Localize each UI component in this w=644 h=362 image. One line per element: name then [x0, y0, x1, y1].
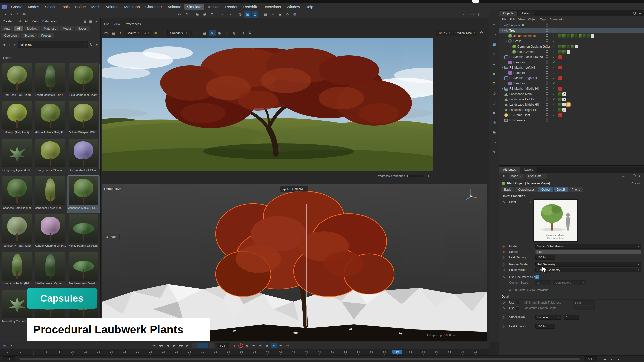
param-diamond[interactable]: [503, 263, 505, 266]
enabled-check-icon[interactable]: ✓: [552, 50, 555, 54]
tool-settings-button[interactable]: ⚙: [291, 11, 298, 18]
track-options-icon[interactable]: ▾: [609, 356, 615, 362]
enabled-check-icon[interactable]: ✓: [552, 44, 555, 48]
material-tag-icon[interactable]: [571, 45, 574, 48]
keyframe-presets-icon[interactable]: ●: [615, 356, 621, 362]
up-icon[interactable]: ↑: [7, 42, 12, 47]
array-tool-icon[interactable]: ⊞: [491, 100, 497, 106]
season-selector[interactable]: Fall: [535, 250, 641, 254]
object-row-rs-matrix-right-hill[interactable]: ▾RS Matrix - Right Hill✓: [499, 75, 644, 81]
attr-tab-detail[interactable]: Detail: [554, 187, 568, 192]
timeline-tick[interactable]: 62: [406, 350, 416, 353]
current-frame-marker[interactable]: 60: [392, 350, 403, 354]
timeline-tick[interactable]: 28: [184, 350, 194, 353]
asset-item-mediterranean-cypres[interactable]: Mediterranean Cypres...: [34, 251, 66, 288]
generator-gear-icon[interactable]: ⚙: [491, 80, 497, 87]
timeline-tick[interactable]: 52: [340, 350, 350, 353]
enabled-check-icon[interactable]: ✓: [552, 60, 555, 64]
asset-item-japanese-maple-fall[interactable]: Japanese Maple (Fall, ...: [67, 176, 100, 213]
timeline-tick[interactable]: 10: [67, 350, 77, 353]
om-menu-file[interactable]: File: [502, 18, 506, 21]
navigation-gizmo-icon[interactable]: ⌖: [491, 21, 497, 28]
object-row-rs-dome-light[interactable]: RS Dome Light✓: [499, 112, 644, 118]
visibility-dots[interactable]: [546, 97, 548, 101]
object-row-rs-matrix-middle-hill[interactable]: ▸RS Matrix - Middle Hill✓: [499, 86, 644, 91]
texture-tag-icon[interactable]: F: [575, 45, 578, 48]
menu-item-tools[interactable]: Tools: [58, 4, 72, 10]
enabled-check-icon[interactable]: ✓: [552, 34, 555, 38]
param-diamond[interactable]: [503, 307, 505, 310]
render-picture-viewer-button[interactable]: ◉: [201, 11, 208, 18]
texture-tag-icon[interactable]: F: [567, 50, 570, 54]
use-max-branch-checkbox[interactable]: [516, 306, 519, 310]
enabled-check-icon[interactable]: ✓: [552, 55, 555, 59]
tab-layers[interactable]: Layers: [520, 167, 538, 173]
previous-key-button[interactable]: ◀◀: [158, 343, 164, 348]
search-icon[interactable]: [632, 174, 636, 178]
visibility-dots[interactable]: [546, 76, 548, 79]
render-settings-gear-icon[interactable]: ⚙: [478, 30, 485, 36]
autokey-button[interactable]: A: [238, 343, 243, 348]
texture-tag-icon[interactable]: F: [562, 103, 566, 106]
filter-models[interactable]: Models: [24, 26, 40, 31]
menu-item-window[interactable]: Window: [284, 4, 302, 10]
timeline-tick[interactable]: 30: [197, 350, 208, 353]
om-menu-bookmarks[interactable]: Bookmarks: [550, 18, 564, 21]
filter-media[interactable]: Media: [60, 26, 74, 31]
om-menu-view[interactable]: View: [518, 18, 525, 21]
material-tag-icon[interactable]: [567, 34, 570, 38]
record-rotation-toggle[interactable]: ◉: [257, 343, 263, 348]
region-crop-icon[interactable]: ⊡: [160, 30, 167, 36]
asset-item-lombardy-poplar-fall[interactable]: Lombardy Poplar (Fall...: [1, 251, 33, 288]
enabled-check-icon[interactable]: ✓: [552, 97, 555, 101]
redshift-tag-icon[interactable]: [558, 76, 562, 80]
tab-objects[interactable]: Objects: [499, 11, 518, 16]
material-tag-icon[interactable]: [583, 34, 586, 38]
timeline-tick[interactable]: 0: [3, 350, 13, 353]
timeline-tick[interactable]: 42: [275, 350, 286, 353]
viewport-label[interactable]: Perspective: [104, 187, 121, 191]
timeline-tick[interactable]: 6: [42, 350, 52, 353]
camera-tool-icon[interactable]: ◉: [491, 129, 497, 136]
enabled-check-icon[interactable]: ✓: [552, 108, 555, 112]
object-row-tree[interactable]: ▾Tree✓: [499, 28, 644, 33]
undo-button[interactable]: ↺: [176, 11, 183, 18]
goto-end-button[interactable]: ▶|: [185, 343, 191, 348]
coordinate-system-button[interactable]: ◎: [21, 11, 27, 18]
visibility-dots[interactable]: [546, 44, 548, 48]
redshift-tag-icon[interactable]: [558, 66, 562, 69]
timeline-tick[interactable]: 50: [328, 350, 338, 353]
home-icon[interactable]: ⌂: [13, 42, 18, 47]
object-row-grass[interactable]: ▾Grass✓: [499, 38, 644, 44]
material-tag-icon[interactable]: [558, 98, 562, 101]
clay-icon[interactable]: ◎: [231, 30, 238, 36]
asset-menu-edit[interactable]: Edit: [16, 20, 21, 23]
record-scale-toggle[interactable]: ◉: [251, 343, 257, 348]
object-row-rs-camera[interactable]: RS Camera+: [499, 118, 644, 123]
deformer-icon[interactable]: ◆: [491, 110, 497, 116]
enabled-check-icon[interactable]: ✓: [552, 81, 555, 85]
sphere-tool-icon[interactable]: ●: [491, 61, 497, 67]
filter-materials[interactable]: Materials: [41, 26, 59, 31]
visibility-dots[interactable]: [546, 50, 548, 53]
object-row-random[interactable]: Random✓: [499, 81, 644, 86]
menu-item-select[interactable]: Select: [42, 4, 58, 10]
texture-tag-icon[interactable]: F: [567, 103, 570, 106]
enabled-check-icon[interactable]: ✓: [552, 87, 555, 90]
asset-item-juneberry-fall-plant[interactable]: Juneberry (Fall, Plant): [1, 213, 33, 251]
cube-tool-icon[interactable]: ▣: [491, 41, 497, 48]
mode-dropdown[interactable]: Mode▾: [509, 174, 524, 179]
timeline-tick[interactable]: 66: [431, 350, 441, 353]
filter-operators[interactable]: Operators: [1, 33, 20, 38]
leaf-amount-field[interactable]: 100 %: [535, 324, 555, 329]
section-detail[interactable]: Detail: [499, 294, 644, 300]
material-tag-icon[interactable]: [562, 45, 566, 48]
ripple-edit-toggle[interactable]: [192, 343, 197, 348]
search-icon[interactable]: [632, 11, 637, 15]
pass-dropdown[interactable]: Beauty▾: [125, 30, 141, 36]
timeline-tick[interactable]: 22: [145, 350, 155, 353]
material-tag-icon[interactable]: [558, 92, 562, 96]
subdivision-level-field[interactable]: 1: [564, 315, 579, 320]
menu-item-mograph[interactable]: MoGraph: [122, 4, 142, 10]
mograph-button[interactable]: ◈: [277, 11, 284, 18]
